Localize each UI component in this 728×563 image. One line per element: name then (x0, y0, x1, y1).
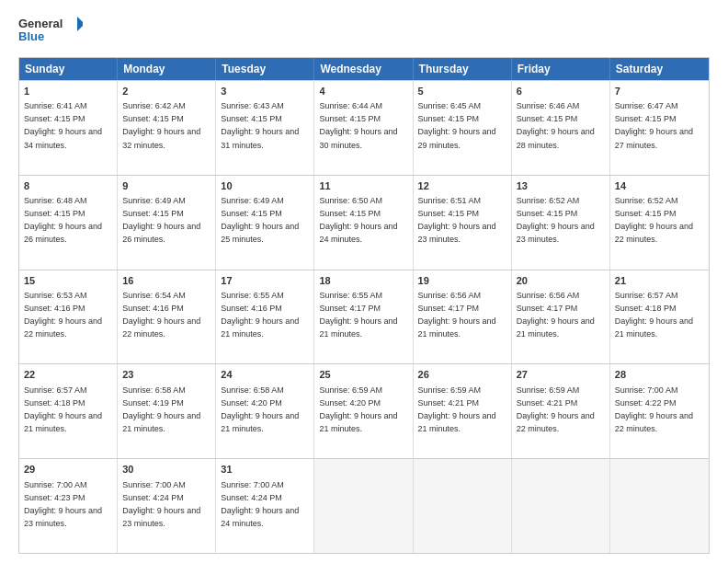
calendar-cell: 22 Sunrise: 6:57 AMSunset: 4:18 PMDaylig… (19, 364, 118, 458)
day-number: 11 (319, 179, 407, 193)
calendar-cell: 1 Sunrise: 6:41 AMSunset: 4:15 PMDayligh… (19, 81, 118, 175)
day-info: Sunrise: 6:41 AMSunset: 4:15 PMDaylight:… (24, 101, 102, 149)
day-number: 7 (615, 85, 704, 98)
day-info: Sunrise: 6:51 AMSunset: 4:15 PMDaylight:… (418, 196, 496, 244)
calendar-cell: 23 Sunrise: 6:58 AMSunset: 4:19 PMDaylig… (118, 364, 216, 458)
calendar-header-row: SundayMondayTuesdayWednesdayThursdayFrid… (19, 58, 709, 80)
day-number: 9 (122, 179, 210, 193)
day-info: Sunrise: 6:44 AMSunset: 4:15 PMDaylight:… (319, 101, 397, 149)
day-info: Sunrise: 6:42 AMSunset: 4:15 PMDaylight:… (122, 101, 200, 149)
calendar-cell: 16 Sunrise: 6:54 AMSunset: 4:16 PMDaylig… (118, 270, 216, 364)
calendar-cell: 24 Sunrise: 6:58 AMSunset: 4:20 PMDaylig… (216, 364, 314, 458)
day-number: 5 (418, 85, 506, 98)
calendar-header-cell: Friday (512, 58, 610, 80)
calendar-cell: 3 Sunrise: 6:43 AMSunset: 4:15 PMDayligh… (216, 81, 314, 175)
day-number: 22 (24, 368, 112, 382)
day-number: 24 (221, 368, 309, 382)
day-info: Sunrise: 6:43 AMSunset: 4:15 PMDaylight:… (221, 101, 299, 149)
calendar-cell: 25 Sunrise: 6:59 AMSunset: 4:20 PMDaylig… (314, 364, 413, 458)
svg-text:General: General (18, 17, 63, 30)
calendar-cell: 31 Sunrise: 7:00 AMSunset: 4:24 PMDaylig… (216, 459, 314, 553)
day-info: Sunrise: 7:00 AMSunset: 4:22 PMDaylight:… (615, 385, 693, 433)
calendar-week: 29 Sunrise: 7:00 AMSunset: 4:23 PMDaylig… (19, 458, 709, 553)
calendar-header-cell: Wednesday (314, 58, 413, 80)
day-info: Sunrise: 6:58 AMSunset: 4:20 PMDaylight:… (221, 385, 299, 433)
day-number: 8 (24, 179, 112, 193)
calendar-cell: 6 Sunrise: 6:46 AMSunset: 4:15 PMDayligh… (512, 81, 610, 175)
page: General Blue SundayMondayTuesdayWednesda… (0, 0, 728, 563)
day-info: Sunrise: 6:45 AMSunset: 4:15 PMDaylight:… (418, 101, 496, 149)
calendar-cell: 18 Sunrise: 6:55 AMSunset: 4:17 PMDaylig… (314, 270, 413, 364)
day-number: 20 (517, 274, 605, 288)
calendar-week: 22 Sunrise: 6:57 AMSunset: 4:18 PMDaylig… (19, 363, 709, 458)
calendar-cell: 14 Sunrise: 6:52 AMSunset: 4:15 PMDaylig… (610, 176, 709, 270)
day-info: Sunrise: 6:56 AMSunset: 4:17 PMDaylight:… (418, 291, 496, 339)
day-info: Sunrise: 6:58 AMSunset: 4:19 PMDaylight:… (122, 385, 200, 433)
day-info: Sunrise: 6:46 AMSunset: 4:15 PMDaylight:… (517, 101, 595, 149)
calendar-header-cell: Saturday (610, 58, 709, 80)
day-info: Sunrise: 7:00 AMSunset: 4:24 PMDaylight:… (122, 480, 200, 528)
svg-text:Blue: Blue (18, 29, 44, 43)
calendar-cell: 30 Sunrise: 7:00 AMSunset: 4:24 PMDaylig… (118, 459, 216, 553)
day-number: 21 (615, 274, 704, 288)
day-number: 2 (122, 85, 210, 98)
day-info: Sunrise: 6:52 AMSunset: 4:15 PMDaylight:… (517, 196, 595, 244)
day-number: 23 (122, 368, 210, 382)
day-number: 27 (517, 368, 605, 382)
day-number: 6 (517, 85, 605, 98)
day-number: 28 (615, 368, 704, 382)
calendar-cell-empty (314, 459, 413, 553)
logo-svg: General Blue (18, 15, 83, 48)
day-info: Sunrise: 6:50 AMSunset: 4:15 PMDaylight:… (319, 196, 397, 244)
calendar-cell: 8 Sunrise: 6:48 AMSunset: 4:15 PMDayligh… (19, 176, 118, 270)
calendar: SundayMondayTuesdayWednesdayThursdayFrid… (18, 57, 710, 554)
calendar-cell: 12 Sunrise: 6:51 AMSunset: 4:15 PMDaylig… (414, 176, 512, 270)
day-info: Sunrise: 6:53 AMSunset: 4:16 PMDaylight:… (24, 291, 102, 339)
day-info: Sunrise: 6:55 AMSunset: 4:17 PMDaylight:… (319, 291, 397, 339)
day-info: Sunrise: 6:47 AMSunset: 4:15 PMDaylight:… (615, 101, 693, 149)
day-number: 16 (122, 274, 210, 288)
calendar-cell: 21 Sunrise: 6:57 AMSunset: 4:18 PMDaylig… (610, 270, 709, 364)
calendar-cell: 9 Sunrise: 6:49 AMSunset: 4:15 PMDayligh… (118, 176, 216, 270)
day-number: 31 (221, 463, 309, 477)
calendar-body: 1 Sunrise: 6:41 AMSunset: 4:15 PMDayligh… (19, 80, 709, 553)
calendar-week: 1 Sunrise: 6:41 AMSunset: 4:15 PMDayligh… (19, 80, 709, 175)
day-number: 4 (319, 85, 407, 98)
day-info: Sunrise: 6:57 AMSunset: 4:18 PMDaylight:… (615, 291, 693, 339)
calendar-cell: 28 Sunrise: 7:00 AMSunset: 4:22 PMDaylig… (610, 364, 709, 458)
logo: General Blue (18, 15, 83, 48)
calendar-cell: 13 Sunrise: 6:52 AMSunset: 4:15 PMDaylig… (512, 176, 610, 270)
day-number: 19 (418, 274, 506, 288)
calendar-cell: 19 Sunrise: 6:56 AMSunset: 4:17 PMDaylig… (414, 270, 512, 364)
calendar-header-cell: Monday (118, 58, 216, 80)
calendar-header-cell: Tuesday (216, 58, 314, 80)
day-number: 30 (122, 463, 210, 477)
calendar-cell: 26 Sunrise: 6:59 AMSunset: 4:21 PMDaylig… (414, 364, 512, 458)
calendar-header-cell: Sunday (19, 58, 118, 80)
calendar-cell: 11 Sunrise: 6:50 AMSunset: 4:15 PMDaylig… (314, 176, 413, 270)
day-info: Sunrise: 6:49 AMSunset: 4:15 PMDaylight:… (122, 196, 200, 244)
calendar-cell-empty (512, 459, 610, 553)
svg-marker-2 (77, 17, 83, 31)
calendar-cell: 7 Sunrise: 6:47 AMSunset: 4:15 PMDayligh… (610, 81, 709, 175)
day-number: 25 (319, 368, 407, 382)
day-info: Sunrise: 7:00 AMSunset: 4:24 PMDaylight:… (221, 480, 299, 528)
day-number: 18 (319, 274, 407, 288)
day-number: 14 (615, 179, 704, 193)
calendar-cell-empty (414, 459, 512, 553)
calendar-cell: 10 Sunrise: 6:49 AMSunset: 4:15 PMDaylig… (216, 176, 314, 270)
day-number: 3 (221, 85, 309, 98)
calendar-week: 8 Sunrise: 6:48 AMSunset: 4:15 PMDayligh… (19, 175, 709, 270)
day-number: 29 (24, 463, 112, 477)
calendar-cell: 4 Sunrise: 6:44 AMSunset: 4:15 PMDayligh… (314, 81, 413, 175)
day-info: Sunrise: 6:55 AMSunset: 4:16 PMDaylight:… (221, 291, 299, 339)
day-info: Sunrise: 6:59 AMSunset: 4:20 PMDaylight:… (319, 385, 397, 433)
day-number: 17 (221, 274, 309, 288)
day-number: 13 (517, 179, 605, 193)
day-info: Sunrise: 6:56 AMSunset: 4:17 PMDaylight:… (517, 291, 595, 339)
calendar-cell: 27 Sunrise: 6:59 AMSunset: 4:21 PMDaylig… (512, 364, 610, 458)
calendar-cell: 5 Sunrise: 6:45 AMSunset: 4:15 PMDayligh… (414, 81, 512, 175)
header: General Blue (18, 15, 710, 48)
day-info: Sunrise: 6:57 AMSunset: 4:18 PMDaylight:… (24, 385, 102, 433)
day-info: Sunrise: 6:54 AMSunset: 4:16 PMDaylight:… (122, 291, 200, 339)
